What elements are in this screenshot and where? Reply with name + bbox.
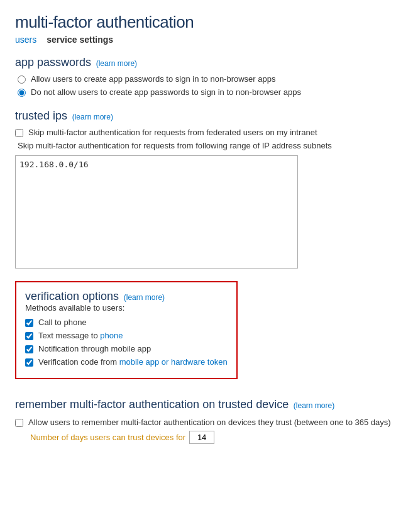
verification-code-option[interactable]: Verification code from mobile app or har… bbox=[25, 357, 228, 367]
skip-federated-label: Skip multi-factor authentication for req… bbox=[28, 128, 317, 137]
verification-code-highlight: mobile app or hardware token bbox=[119, 357, 228, 367]
radio-disallow-app-passwords[interactable]: Do not allow users to create app passwor… bbox=[18, 87, 398, 97]
skip-federated-checkbox[interactable] bbox=[15, 129, 23, 137]
radio-allow-label: Allow users to create app passwords to s… bbox=[31, 74, 275, 84]
call-to-phone-option[interactable]: Call to phone bbox=[25, 318, 228, 327]
verification-options-learn-more[interactable]: (learn more) bbox=[124, 293, 165, 302]
methods-available-label: Methods available to users: bbox=[25, 303, 228, 313]
app-passwords-section: app passwords (learn more) Allow users t… bbox=[15, 56, 398, 97]
tab-users[interactable]: users bbox=[15, 35, 36, 45]
verification-code-label: Verification code from mobile app or har… bbox=[38, 357, 228, 367]
allow-remember-checkbox-label[interactable]: Allow users to remember multi-factor aut… bbox=[15, 418, 398, 427]
verification-options-heading: verification options bbox=[25, 290, 119, 302]
app-passwords-heading: app passwords bbox=[15, 56, 91, 69]
allow-remember-label: Allow users to remember multi-factor aut… bbox=[28, 418, 391, 427]
verification-options-title-row: verification options (learn more) bbox=[25, 290, 228, 303]
radio-allow-input[interactable] bbox=[18, 75, 26, 84]
text-message-label: Text message to phone bbox=[38, 331, 123, 340]
radio-disallow-label: Do not allow users to create app passwor… bbox=[31, 87, 301, 97]
trusted-ips-options: Skip multi-factor authentication for req… bbox=[15, 128, 398, 269]
skip-range-label: Skip multi-factor authentication for req… bbox=[18, 141, 398, 150]
mobile-app-notification-option[interactable]: Notification through mobile app bbox=[25, 344, 228, 353]
days-input[interactable] bbox=[189, 431, 214, 444]
tabs-container: users service settings bbox=[15, 35, 398, 45]
call-to-phone-checkbox[interactable] bbox=[25, 319, 33, 327]
trusted-ips-title-row: trusted ips (learn more) bbox=[15, 109, 398, 123]
radio-disallow-input[interactable] bbox=[18, 89, 26, 97]
days-input-row: Number of days users can trust devices f… bbox=[30, 431, 398, 444]
remember-mfa-learn-more[interactable]: (learn more) bbox=[294, 401, 334, 410]
allow-remember-checkbox[interactable] bbox=[15, 419, 23, 427]
text-message-highlight: phone bbox=[100, 331, 123, 340]
tab-service-settings[interactable]: service settings bbox=[47, 35, 113, 45]
page-title: multi-factor authentication bbox=[15, 13, 398, 32]
trusted-ips-heading: trusted ips bbox=[15, 109, 67, 122]
verification-options-section: verification options (learn more) Method… bbox=[15, 281, 238, 379]
text-message-checkbox[interactable] bbox=[25, 332, 33, 340]
app-passwords-radio-group: Allow users to create app passwords to s… bbox=[18, 74, 398, 97]
trusted-ips-learn-more[interactable]: (learn more) bbox=[72, 113, 113, 121]
verification-code-checkbox[interactable] bbox=[25, 358, 33, 367]
remember-mfa-heading: remember multi-factor authentication on … bbox=[15, 398, 289, 411]
app-passwords-learn-more[interactable]: (learn more) bbox=[96, 59, 137, 68]
app-passwords-title: app passwords (learn more) bbox=[15, 56, 398, 69]
text-message-option[interactable]: Text message to phone bbox=[25, 331, 228, 340]
mobile-app-notification-label: Notification through mobile app bbox=[38, 344, 151, 353]
skip-federated-checkbox-label[interactable]: Skip multi-factor authentication for req… bbox=[15, 128, 398, 137]
radio-allow-app-passwords[interactable]: Allow users to create app passwords to s… bbox=[18, 74, 398, 84]
days-label: Number of days users can trust devices f… bbox=[30, 433, 185, 442]
mobile-app-notification-checkbox[interactable] bbox=[25, 345, 33, 353]
ip-subnets-textarea[interactable]: 192.168.0.0/16 bbox=[15, 155, 298, 269]
trusted-ips-section: trusted ips (learn more) Skip multi-fact… bbox=[15, 109, 398, 269]
remember-mfa-title-row: remember multi-factor authentication on … bbox=[15, 397, 398, 413]
remember-mfa-section: remember multi-factor authentication on … bbox=[15, 397, 398, 444]
call-to-phone-label: Call to phone bbox=[38, 318, 87, 327]
